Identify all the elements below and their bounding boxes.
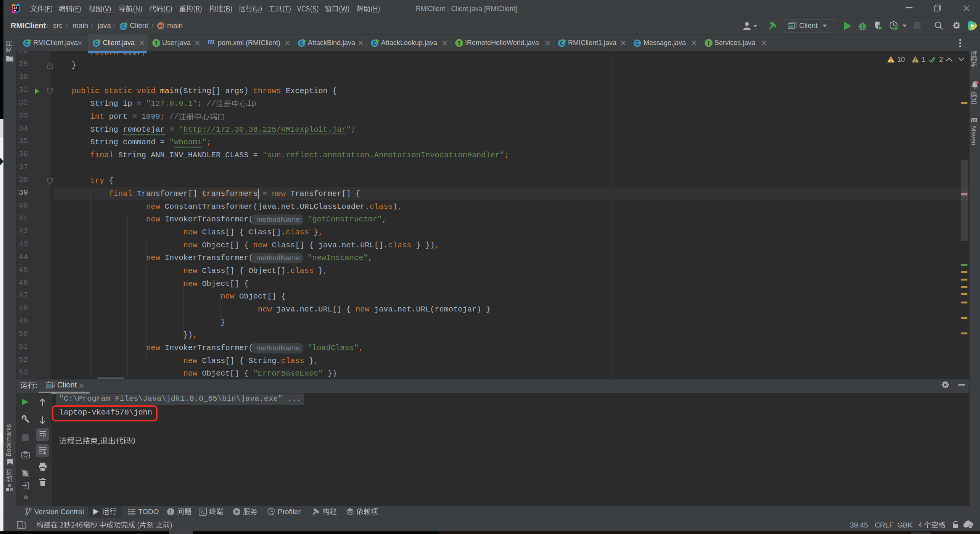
svg-text:C: C [560,40,563,46]
svg-text:I: I [155,40,158,46]
svg-text:I: I [708,40,710,46]
svg-text:C: C [25,40,29,46]
svg-text:C: C [121,23,125,29]
svg-text:I: I [458,40,460,46]
svg-text:m: m [159,23,163,29]
svg-text:C: C [299,40,303,46]
svg-text:C: C [373,40,377,46]
svg-text:C: C [635,40,639,46]
svg-text:C: C [94,40,98,46]
